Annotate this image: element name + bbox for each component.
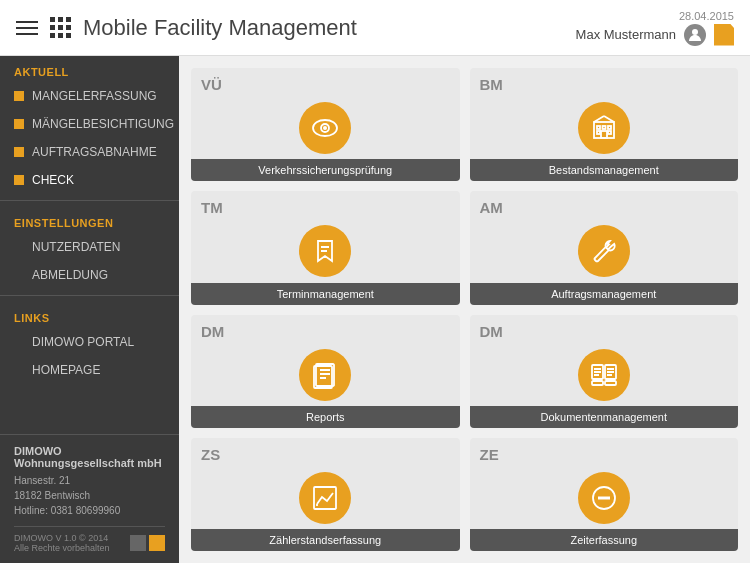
sidebar-item-nutzerdaten[interactable]: NUTZERDATEN [0, 233, 179, 261]
tile-icon-area [191, 220, 460, 282]
tile-bestandsmanagement[interactable]: BM Bestandsmanagement [470, 68, 739, 181]
sidebar-section-aktuell: AKTUELL [0, 56, 179, 82]
sidebar-bullet [14, 91, 24, 101]
sidebar-footer: DIMOWO Wohnungsgesellschaft mbH Hansestr… [0, 434, 179, 563]
svg-rect-23 [605, 381, 616, 385]
tile-label: Zeiterfassung [470, 529, 739, 551]
tile-label: Verkehrssicherungsprüfung [191, 159, 460, 181]
tile-abbr: DM [191, 315, 460, 344]
header-left: Mobile Facility Management [16, 15, 357, 41]
sidebar-divider-2 [0, 295, 179, 296]
tile-abbr: DM [470, 315, 739, 344]
tile-zeiterfassung[interactable]: ZE Zeiterfassung [470, 438, 739, 551]
tile-icon-area [470, 97, 739, 159]
tile-icon-circle [578, 349, 630, 401]
footer-company: DIMOWO Wohnungsgesellschaft mbH [14, 445, 165, 469]
tile-icon-circle [299, 349, 351, 401]
svg-rect-22 [592, 381, 603, 385]
tile-abbr: ZE [470, 438, 739, 467]
sidebar: AKTUELL MANGELERFASSUNG MÄNGELBESICHTIGU… [0, 56, 179, 563]
tile-label: Zählerstandserfassung [191, 529, 460, 551]
svg-rect-11 [608, 131, 611, 134]
tile-icon-circle [299, 225, 351, 277]
tile-icon-area [470, 344, 739, 406]
header-user: Max Mustermann [576, 24, 734, 46]
tile-icon-circle [578, 472, 630, 524]
tile-dokumentenmanagement[interactable]: DM Dokumentenmanagement [470, 315, 739, 428]
logo-cube-dark [130, 535, 146, 551]
footer-address: Hansestr. 2118182 BentwischHotline: 0381… [14, 473, 165, 518]
footer-version: DIMOWO V 1.0 © 2014Alle Rechte vorbehalt… [14, 533, 110, 553]
grid-icon[interactable] [50, 17, 71, 38]
sidebar-bullet [14, 175, 24, 185]
logo-cube-orange [149, 535, 165, 551]
sidebar-bullet [14, 147, 24, 157]
note-icon[interactable] [714, 24, 734, 46]
sidebar-bullet [14, 119, 24, 129]
tile-abbr: BM [470, 68, 739, 97]
svg-rect-9 [608, 126, 611, 129]
sidebar-section-einstellungen: EINSTELLUNGEN [0, 207, 179, 233]
tile-label: Reports [191, 406, 460, 428]
sidebar-item-dimowo-portal[interactable]: DIMOWO PORTAL [0, 328, 179, 356]
tile-icon-area [191, 344, 460, 406]
tile-icon-circle [578, 225, 630, 277]
tile-label: Dokumentenmanagement [470, 406, 739, 428]
tile-label: Bestandsmanagement [470, 159, 739, 181]
tile-icon-circle [578, 102, 630, 154]
tile-abbr: VÜ [191, 68, 460, 97]
svg-rect-12 [601, 131, 607, 138]
svg-line-6 [604, 116, 614, 122]
header-date: 28.04.2015 [679, 10, 734, 22]
user-avatar-icon[interactable] [684, 24, 706, 46]
svg-rect-10 [597, 131, 600, 134]
tile-abbr: AM [470, 191, 739, 220]
tile-abbr: ZS [191, 438, 460, 467]
tile-label: Terminmanagement [191, 283, 460, 305]
svg-point-0 [692, 29, 698, 35]
header-right: 28.04.2015 Max Mustermann [576, 10, 734, 46]
sidebar-item-abmeldung[interactable]: ABMELDUNG [0, 261, 179, 289]
main-container: AKTUELL MANGELERFASSUNG MÄNGELBESICHTIGU… [0, 56, 750, 563]
tile-verkehrssicherungsprüfung[interactable]: VÜ Verkehrssicherungsprüfung [191, 68, 460, 181]
tile-label: Auftragsmanagement [470, 283, 739, 305]
tile-auftragsmanagement[interactable]: AM Auftragsmanagement [470, 191, 739, 304]
tile-terminmanagement[interactable]: TM Terminmanagement [191, 191, 460, 304]
app-title: Mobile Facility Management [83, 15, 357, 41]
tile-reports[interactable]: DM Reports [191, 315, 460, 428]
svg-point-3 [323, 126, 327, 130]
tile-zählerstandserfassung[interactable]: ZS Zählerstandserfassung [191, 438, 460, 551]
dimowo-logo [130, 535, 165, 551]
svg-rect-4 [594, 122, 614, 138]
svg-rect-8 [602, 126, 605, 129]
tile-icon-area [191, 467, 460, 529]
tile-icon-circle [299, 472, 351, 524]
sidebar-item-maengelbesichtigung[interactable]: MÄNGELBESICHTIGUNG [0, 110, 179, 138]
sidebar-item-check[interactable]: CHECK [0, 166, 179, 194]
content-grid: VÜ Verkehrssicherungsprüfung BM Bestands… [179, 56, 750, 563]
tile-icon-area [470, 467, 739, 529]
sidebar-item-mangelerfassung[interactable]: MANGELERFASSUNG [0, 82, 179, 110]
tile-abbr: TM [191, 191, 460, 220]
username-label: Max Mustermann [576, 27, 676, 42]
svg-line-5 [594, 116, 604, 122]
tile-icon-area [191, 97, 460, 159]
sidebar-section-links: LINKS [0, 302, 179, 328]
tile-icon-area [470, 220, 739, 282]
footer-bottom: DIMOWO V 1.0 © 2014Alle Rechte vorbehalt… [14, 526, 165, 553]
tile-icon-circle [299, 102, 351, 154]
svg-rect-7 [597, 126, 600, 129]
sidebar-item-auftragsabnahme[interactable]: AUFTRAGSABNAHME [0, 138, 179, 166]
header: Mobile Facility Management 28.04.2015 Ma… [0, 0, 750, 56]
sidebar-divider [0, 200, 179, 201]
sidebar-item-homepage[interactable]: HOMEPAGE [0, 356, 179, 384]
menu-icon[interactable] [16, 21, 38, 35]
